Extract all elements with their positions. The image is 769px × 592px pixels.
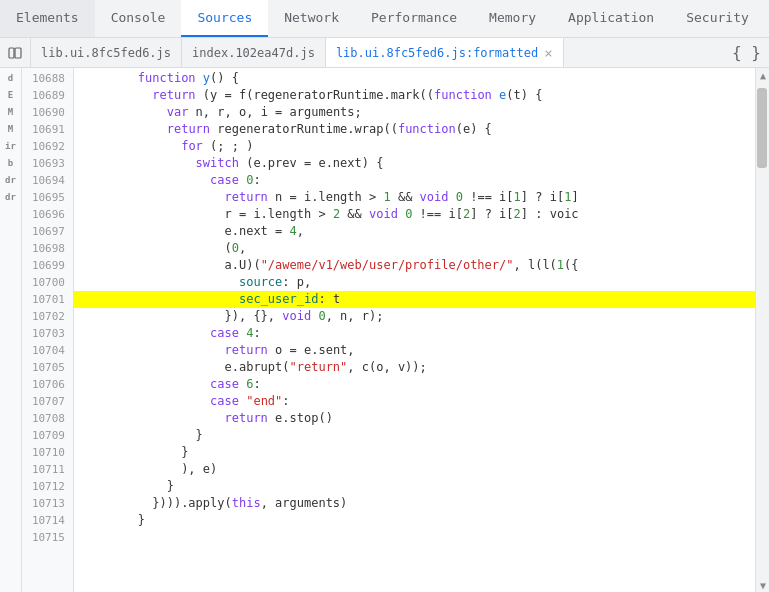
- code-line-10692: for (; ; ): [74, 138, 755, 155]
- line-num: 10692: [22, 138, 73, 155]
- file-tab-lib-formatted[interactable]: lib.ui.8fc5fed6.js:formatted ×: [326, 38, 564, 67]
- format-icon[interactable]: { }: [732, 43, 761, 62]
- code-line-10688: function y() {: [74, 70, 755, 87]
- line-num: 10696: [22, 206, 73, 223]
- line-num: 10706: [22, 376, 73, 393]
- devtools-container: Elements Console Sources Network Perform…: [0, 0, 769, 592]
- line-num: 10705: [22, 359, 73, 376]
- line-num: 10693: [22, 155, 73, 172]
- sidebar-label-0: d: [0, 70, 21, 87]
- sidebar-icon: [8, 46, 22, 60]
- code-line-10714: }: [74, 512, 755, 529]
- code-line-10695: return n = i.length > 1 && void 0 !== i[…: [74, 189, 755, 206]
- code-line-10711: ), e): [74, 461, 755, 478]
- code-line-10713: }))).apply(this, arguments): [74, 495, 755, 512]
- code-line-10709: }: [74, 427, 755, 444]
- code-line-10691: return regeneratorRuntime.wrap((function…: [74, 121, 755, 138]
- line-num: 10715: [22, 529, 73, 546]
- vertical-scrollbar[interactable]: ▲ ▼: [755, 68, 769, 592]
- sidebar-label-5: b: [0, 155, 21, 172]
- file-tab-lib-min[interactable]: lib.ui.8fc5fed6.js: [31, 38, 182, 67]
- main-tab-bar: Elements Console Sources Network Perform…: [0, 0, 769, 38]
- line-num: 10709: [22, 427, 73, 444]
- code-line-10694: case 0:: [74, 172, 755, 189]
- close-tab-button[interactable]: ×: [544, 46, 552, 60]
- code-line-10702: }), {}, void 0, n, r);: [74, 308, 755, 325]
- left-sidebar: d E M M ir b dr dr: [0, 68, 22, 592]
- line-num: 10711: [22, 461, 73, 478]
- line-num: 10708: [22, 410, 73, 427]
- line-num: 10702: [22, 308, 73, 325]
- more-tabs-button[interactable]: »: [765, 0, 769, 37]
- code-line-10696: r = i.length > 2 && void 0 !== i[2] ? i[…: [74, 206, 755, 223]
- file-tab-bar: lib.ui.8fc5fed6.js index.102ea47d.js lib…: [0, 38, 769, 68]
- tab-application[interactable]: Application: [552, 0, 670, 37]
- line-num: 10707: [22, 393, 73, 410]
- line-num: 10689: [22, 87, 73, 104]
- scroll-up-button[interactable]: ▲: [756, 68, 769, 82]
- code-content[interactable]: function y() { return (y = f(regenerator…: [74, 68, 755, 592]
- tab-elements[interactable]: Elements: [0, 0, 95, 37]
- code-line-10710: }: [74, 444, 755, 461]
- line-num: 10701: [22, 291, 73, 308]
- sidebar-toggle-button[interactable]: [0, 38, 31, 67]
- code-line-10701: sec_user_id: t: [74, 291, 755, 308]
- line-num: 10695: [22, 189, 73, 206]
- scroll-thumb[interactable]: [757, 88, 767, 168]
- sidebar-label-6: dr: [0, 172, 21, 189]
- code-line-10693: switch (e.prev = e.next) {: [74, 155, 755, 172]
- tab-console[interactable]: Console: [95, 0, 182, 37]
- code-line-10712: }: [74, 478, 755, 495]
- line-num: 10691: [22, 121, 73, 138]
- line-num: 10704: [22, 342, 73, 359]
- line-num: 10714: [22, 512, 73, 529]
- code-line-10690: var n, r, o, i = arguments;: [74, 104, 755, 121]
- scroll-down-button[interactable]: ▼: [756, 578, 769, 592]
- svg-rect-0: [9, 48, 14, 58]
- code-line-10715: [74, 529, 755, 546]
- code-line-10700: source: p,: [74, 274, 755, 291]
- file-tab-actions: { }: [724, 38, 769, 67]
- main-content: d E M M ir b dr dr 10688 10689 10690 106…: [0, 68, 769, 592]
- line-num: 10713: [22, 495, 73, 512]
- code-line-10706: case 6:: [74, 376, 755, 393]
- line-num: 10698: [22, 240, 73, 257]
- tab-sources[interactable]: Sources: [181, 0, 268, 37]
- line-num: 10710: [22, 444, 73, 461]
- code-area: 10688 10689 10690 10691 10692 10693 1069…: [22, 68, 769, 592]
- code-line-10704: return o = e.sent,: [74, 342, 755, 359]
- line-num: 10694: [22, 172, 73, 189]
- line-num: 10712: [22, 478, 73, 495]
- line-num: 10703: [22, 325, 73, 342]
- sidebar-label-3: M: [0, 121, 21, 138]
- sidebar-label-7: dr: [0, 189, 21, 206]
- tab-network[interactable]: Network: [268, 0, 355, 37]
- svg-rect-1: [15, 48, 21, 58]
- sidebar-label-4: ir: [0, 138, 21, 155]
- line-num: 10688: [22, 70, 73, 87]
- code-line-10708: return e.stop(): [74, 410, 755, 427]
- line-numbers: 10688 10689 10690 10691 10692 10693 1069…: [22, 68, 74, 592]
- line-num: 10700: [22, 274, 73, 291]
- code-line-10697: e.next = 4,: [74, 223, 755, 240]
- line-num: 10690: [22, 104, 73, 121]
- sidebar-label-2: M: [0, 104, 21, 121]
- code-line-10703: case 4:: [74, 325, 755, 342]
- line-num: 10697: [22, 223, 73, 240]
- code-line-10705: e.abrupt("return", c(o, v));: [74, 359, 755, 376]
- tab-security[interactable]: Security: [670, 0, 765, 37]
- code-line-10707: case "end":: [74, 393, 755, 410]
- sidebar-label-1: E: [0, 87, 21, 104]
- line-num: 10699: [22, 257, 73, 274]
- code-line-10698: (0,: [74, 240, 755, 257]
- tab-performance[interactable]: Performance: [355, 0, 473, 37]
- tab-memory[interactable]: Memory: [473, 0, 552, 37]
- code-line-10699: a.U)("/aweme/v1/web/user/profile/other/"…: [74, 257, 755, 274]
- file-tab-index[interactable]: index.102ea47d.js: [182, 38, 326, 67]
- code-line-10689: return (y = f(regeneratorRuntime.mark((f…: [74, 87, 755, 104]
